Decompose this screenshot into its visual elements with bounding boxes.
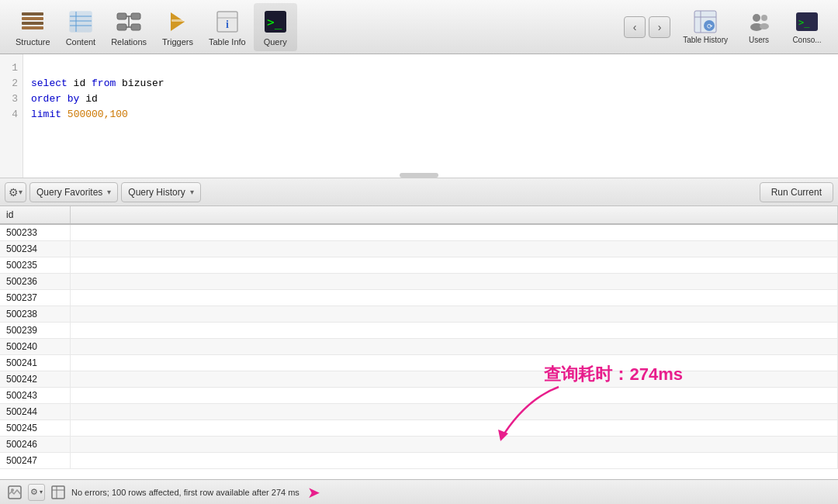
table-row: 500241	[0, 355, 838, 371]
toolbar-item-relations[interactable]: Relations	[103, 3, 154, 51]
svg-point-31	[760, 23, 769, 29]
table-row: 500238	[0, 306, 838, 323]
cell-empty	[70, 290, 838, 306]
status-gear-button[interactable]: ⚙ ▾	[28, 484, 45, 501]
cell-empty	[70, 323, 838, 339]
status-bar: ⚙ ▾ No errors; 100 rows affected, first …	[0, 479, 838, 504]
table-history-icon: ⟳	[693, 9, 718, 34]
svg-text:⟳: ⟳	[707, 22, 713, 30]
table-row: 500239	[0, 323, 838, 339]
console-label: Conso...	[792, 36, 821, 44]
line-numbers: 1 2 3 4	[0, 54, 23, 178]
toolbar-item-console[interactable]: >_ Conso...	[784, 6, 830, 47]
svg-rect-12	[131, 24, 140, 30]
cell-empty	[70, 420, 838, 437]
query-history-label: Query History	[128, 187, 185, 198]
table-history-label: Table History	[683, 36, 728, 44]
structure-label: Structure	[16, 37, 50, 47]
svg-text:>_: >_	[267, 15, 282, 29]
toolbar-item-query[interactable]: >_ Query	[254, 3, 297, 51]
table-row: 500242	[0, 371, 838, 388]
cell-id: 500240	[0, 339, 70, 355]
content-label: Content	[66, 37, 96, 47]
svg-rect-10	[131, 13, 140, 19]
settings-gear-button[interactable]: ⚙ ▾	[5, 182, 26, 202]
run-current-button[interactable]: Run Current	[760, 182, 833, 202]
svg-rect-0	[22, 12, 43, 16]
status-table-button[interactable]	[50, 484, 67, 501]
query-line-1	[31, 60, 830, 76]
cell-id: 500234	[0, 241, 70, 257]
toolbar-item-triggers[interactable]: Triggers	[154, 3, 201, 51]
toolbar-item-content[interactable]: Content	[58, 3, 104, 51]
cell-empty	[70, 306, 838, 323]
main-container: Structure Content	[0, 0, 838, 504]
query-label: Query	[264, 37, 287, 47]
query-favorites-label: Query Favorites	[36, 187, 102, 198]
table-row: 500237	[0, 290, 838, 306]
cell-empty	[70, 224, 838, 241]
cell-empty	[70, 257, 838, 274]
content-icon	[67, 8, 95, 36]
scroll-indicator	[400, 173, 438, 178]
table-row: 500240	[0, 339, 838, 355]
query-history-dropdown[interactable]: Query History ▾	[121, 182, 200, 202]
column-header-empty	[70, 206, 838, 224]
results-table: id 5002335002345002355002365002375002385…	[0, 206, 838, 469]
cell-empty	[70, 453, 838, 469]
query-history-chevron-icon: ▾	[190, 188, 194, 196]
table-row: 500244	[0, 404, 838, 420]
users-icon	[746, 9, 771, 34]
results-area[interactable]: id 5002335002345002355002365002375002385…	[0, 206, 838, 479]
svg-text:i: i	[226, 19, 229, 30]
bottom-toolbar: ⚙ ▾ Query Favorites ▾ Query History ▾ Ru…	[0, 178, 838, 206]
table-row: 500233	[0, 224, 838, 241]
query-icon: >_	[261, 8, 289, 36]
cell-id: 500235	[0, 257, 70, 274]
svg-point-30	[761, 15, 767, 21]
cell-id: 500243	[0, 388, 70, 404]
toolbar-item-table-history[interactable]: ⟳ Table History	[677, 6, 734, 47]
cell-empty	[70, 241, 838, 257]
table-row: 500234	[0, 241, 838, 257]
results-tbody: 5002335002345002355002365002375002385002…	[0, 224, 838, 469]
line-num-2: 2	[5, 76, 18, 91]
svg-text:>_: >_	[798, 17, 810, 28]
table-row: 500235	[0, 257, 838, 274]
toolbar-item-structure[interactable]: Structure	[8, 3, 58, 51]
toolbar-right: ‹ › ⟳ Table History	[624, 6, 830, 47]
status-message: No errors; 100 rows affected, first row …	[71, 488, 300, 497]
table-row: 500246	[0, 437, 838, 453]
svg-rect-9	[117, 13, 126, 19]
svg-rect-2	[22, 22, 43, 25]
query-line-3: order by id	[31, 91, 830, 107]
column-header-id: id	[0, 206, 70, 224]
toolbar-right-items: ⟳ Table History Users	[677, 6, 830, 47]
table-row: 500247	[0, 453, 838, 469]
status-gear-chevron-icon: ▾	[40, 488, 43, 495]
nav-forward-button[interactable]: ›	[649, 16, 670, 38]
run-current-label: Run Current	[771, 187, 822, 198]
query-favorites-dropdown[interactable]: Query Favorites ▾	[29, 182, 118, 202]
query-text[interactable]: select id from bizuser order by id limit…	[23, 54, 838, 178]
cell-id: 500238	[0, 306, 70, 323]
cell-empty	[70, 339, 838, 355]
relations-icon	[115, 8, 143, 36]
status-table-icon	[51, 485, 65, 499]
cell-id: 500233	[0, 224, 70, 241]
status-image-button[interactable]	[6, 484, 23, 501]
users-label: Users	[749, 36, 769, 44]
status-gear-icon: ⚙	[30, 487, 38, 497]
relations-label: Relations	[111, 37, 147, 47]
line-num-3: 3	[5, 91, 18, 107]
gear-icon: ⚙	[9, 186, 19, 198]
query-favorites-chevron-icon: ▾	[107, 188, 111, 196]
nav-back-button[interactable]: ‹	[624, 16, 646, 38]
toolbar-item-users[interactable]: Users	[736, 6, 782, 47]
triggers-label: Triggers	[162, 37, 193, 47]
toolbar-item-tableinfo[interactable]: i Table Info	[201, 3, 254, 51]
cell-id: 500247	[0, 453, 70, 469]
triggers-icon	[164, 8, 192, 36]
cell-id: 500236	[0, 274, 70, 290]
table-row: 500236	[0, 274, 838, 290]
